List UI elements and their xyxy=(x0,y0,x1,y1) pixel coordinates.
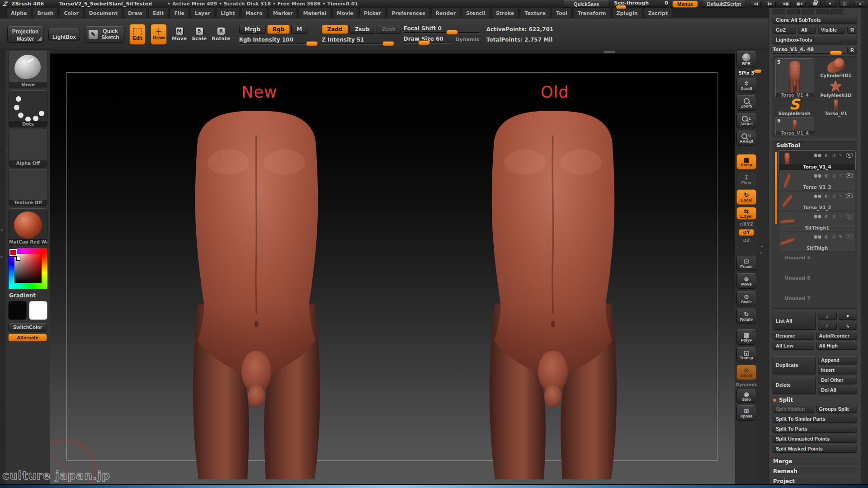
insert-button[interactable]: Insert xyxy=(818,366,857,374)
polypaint-icon[interactable]: ●● xyxy=(814,214,821,219)
actual-button[interactable]: 1 Actual xyxy=(736,113,756,128)
divider-right-icon[interactable]: ▮► xyxy=(765,1,776,7)
rotate-mode-button[interactable]: R Rotate xyxy=(212,28,230,42)
mrgb-button[interactable]: Mrgb xyxy=(239,25,266,34)
del-all-button[interactable]: Del All xyxy=(818,386,857,394)
sculpt-viewport[interactable]: New Old xyxy=(50,50,735,484)
menu-layer[interactable]: Layer xyxy=(190,9,215,18)
move-up-button[interactable]: ▲ xyxy=(818,312,837,320)
scroll-button[interactable]: ⇳ Scroll xyxy=(736,78,756,93)
tool-thumb-torso-v1[interactable]: Torso_V1 xyxy=(816,99,855,116)
current-brush-tile[interactable]: Move xyxy=(8,51,48,89)
split-unmasked-button[interactable]: Split Unmasked Points xyxy=(773,435,857,443)
projection-master-button[interactable]: Projection Master xyxy=(7,26,43,42)
gyro-xyz-toggle[interactable]: ↺XYZ xyxy=(740,222,754,227)
menu-draw[interactable]: Draw xyxy=(123,9,147,18)
draw-size-knob[interactable] xyxy=(418,40,430,45)
restore-button[interactable]: ◫ xyxy=(840,1,850,7)
menu-render[interactable]: Render xyxy=(431,9,461,18)
merge-section-header[interactable]: Merge xyxy=(769,456,861,466)
xpose-button[interactable]: ⊞ Xpose xyxy=(736,405,756,421)
subtool-row-sitthigh[interactable]: ●● ◐ ◑ ✎ SitThigh xyxy=(778,232,856,252)
divider-arrow-icon[interactable]: ▸ xyxy=(760,250,763,255)
lock-icon[interactable] xyxy=(810,1,821,7)
default-zscript-button[interactable]: DefaultZScript xyxy=(702,0,746,8)
zoom-button[interactable]: Zoom xyxy=(736,95,756,111)
rotate-3d-button[interactable]: ↻ Rotate xyxy=(736,309,756,324)
menu-alpha[interactable]: Alpha xyxy=(6,9,31,18)
current-material-tile[interactable]: MatCap Red Wax xyxy=(8,208,48,246)
menu-preferences[interactable]: Preferences xyxy=(387,9,429,18)
visibility-eye-icon[interactable] xyxy=(846,214,853,219)
menu-file[interactable]: File xyxy=(170,9,189,18)
displacement-icon[interactable]: ◑ xyxy=(832,234,836,239)
close-button[interactable]: × xyxy=(854,1,865,7)
dynamic-toggle[interactable]: Dynamic xyxy=(455,37,479,42)
subtool-row-unused-6[interactable]: Unused 6 xyxy=(778,272,856,292)
secondary-color-swatch[interactable] xyxy=(29,301,47,320)
current-stroke-tile[interactable]: Dots xyxy=(8,90,48,128)
menu-marker[interactable]: Marker xyxy=(269,9,297,18)
menu-edit[interactable]: Edit xyxy=(148,9,168,18)
gyro-z-toggle[interactable]: ↺Z xyxy=(743,238,750,243)
paint-icon[interactable]: ✎ xyxy=(839,214,843,219)
panel-divider-strip[interactable]: ◂ ▸ xyxy=(757,50,769,484)
menu-texture[interactable]: Texture xyxy=(520,9,550,18)
visibility-eye-icon[interactable] xyxy=(846,234,853,239)
paint-icon[interactable]: ✎ xyxy=(839,153,843,158)
goz-visible-button[interactable]: Visible xyxy=(818,26,845,34)
spix-knob[interactable] xyxy=(754,70,761,73)
tool-thumb-torso-v1-4[interactable]: 5 Torso_V1_4 xyxy=(775,117,814,136)
frame-button[interactable]: ⊡ Frame xyxy=(736,256,756,271)
ghost-button[interactable]: ⊘ Ghost xyxy=(736,365,756,380)
current-texture-tile[interactable]: Texture Off xyxy=(8,169,48,207)
autoreorder-button[interactable]: AutoReorder xyxy=(816,332,858,340)
dock-left-icon[interactable]: ◄▣ xyxy=(780,1,791,7)
palette-tab[interactable] xyxy=(830,9,843,14)
menu-color[interactable]: Color xyxy=(59,9,83,18)
uv-icon[interactable]: ◐ xyxy=(825,234,829,239)
menu-brush[interactable]: Brush xyxy=(33,9,58,18)
split-section-header[interactable]: Split xyxy=(773,397,857,403)
left-strip-arrow-icon[interactable]: ▸ xyxy=(1,254,3,259)
clone-all-subtools-button[interactable]: Clone All SubTools xyxy=(773,16,857,24)
divider-arrow-icon[interactable]: ◂ xyxy=(760,244,763,249)
menu-zplugin[interactable]: Zplugin xyxy=(612,9,642,18)
split-to-parts-button[interactable]: Split To Parts xyxy=(773,425,857,433)
see-through-knob[interactable] xyxy=(616,5,626,9)
menu-light[interactable]: Light xyxy=(216,9,240,18)
r-button[interactable]: R xyxy=(847,26,857,34)
scale-mode-button[interactable]: S Scale xyxy=(192,28,207,42)
quicksave-button[interactable]: QuickSave xyxy=(563,0,610,8)
delete-button[interactable]: Delete xyxy=(773,376,816,394)
subtool-row-unused-5[interactable]: Unused 5 xyxy=(778,252,856,272)
left-strip-arrow-icon[interactable]: ▸ xyxy=(1,227,3,232)
subtool-row-sitthigh1[interactable]: ●● ◐ ◑ ✎ SitThigh1 xyxy=(778,211,856,231)
remesh-section-header[interactable]: Remesh xyxy=(769,466,861,476)
alternate-button[interactable]: Alternate xyxy=(8,333,47,342)
solo-button[interactable]: ◉ Solo xyxy=(736,389,756,403)
extract-in-button[interactable]: ↳ xyxy=(839,322,858,330)
displacement-icon[interactable]: ◑ xyxy=(832,153,836,158)
polypaint-icon[interactable]: ●● xyxy=(814,173,821,178)
tool-thumb-polymesh[interactable]: ★ PolyMesh3D xyxy=(816,79,855,98)
menu-tool[interactable]: Tool xyxy=(552,9,572,18)
palette-tab[interactable] xyxy=(787,9,800,14)
displacement-icon[interactable]: ◑ xyxy=(832,193,836,198)
displacement-icon[interactable]: ◑ xyxy=(832,173,836,178)
taskbar-edge[interactable] xyxy=(0,484,868,488)
aahalf-button[interactable]: ½ AAHalf xyxy=(736,131,756,146)
bpr-button[interactable]: BPR xyxy=(736,51,756,68)
draw-size-slider[interactable]: Draw Size 60 xyxy=(404,36,452,43)
subtool-scrollbar[interactable] xyxy=(775,152,777,224)
polypaint-icon[interactable]: ●● xyxy=(814,234,821,239)
polyframe-button[interactable]: ▦ PolyF xyxy=(736,329,756,345)
extract-out-button[interactable]: ↱ xyxy=(818,322,837,330)
z-intensity-slider[interactable]: Z Intensity 51 xyxy=(322,37,394,44)
gyro-y-toggle[interactable]: ↺Y xyxy=(739,229,754,236)
edit-mode-button[interactable]: Edit xyxy=(129,24,146,45)
quick-sketch-button[interactable]: ✎ Quick Sketch xyxy=(85,26,124,42)
tool-r-button[interactable]: R xyxy=(847,46,857,54)
uv-icon[interactable]: ◐ xyxy=(825,193,829,198)
move-down-button[interactable]: ▼ xyxy=(839,312,858,320)
